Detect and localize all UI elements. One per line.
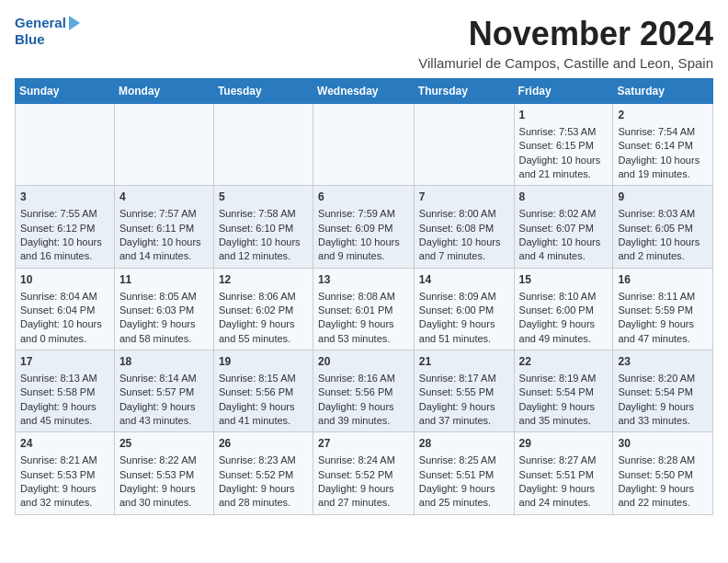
day-info: Sunset: 5:50 PM [618, 468, 708, 482]
day-info: Daylight: 9 hours and 32 minutes. [20, 482, 109, 511]
day-info: Sunrise: 8:19 AM [519, 372, 609, 385]
day-info: Sunrise: 8:13 AM [20, 372, 109, 385]
calendar-day-cell: 10Sunrise: 8:04 AMSunset: 6:04 PMDayligh… [16, 268, 115, 350]
calendar-day-cell: 18Sunrise: 8:14 AMSunset: 5:57 PMDayligh… [114, 350, 213, 432]
day-number: 2 [618, 108, 708, 123]
day-info: Sunrise: 7:57 AM [119, 207, 209, 221]
day-info: Daylight: 10 hours and 12 minutes. [219, 236, 308, 264]
day-info: Daylight: 10 hours and 2 minutes. [618, 236, 708, 264]
calendar-day-cell: 5Sunrise: 7:58 AMSunset: 6:10 PMDaylight… [213, 186, 313, 268]
day-info: Daylight: 9 hours and 22 minutes. [618, 482, 708, 511]
day-info: Sunrise: 8:14 AM [119, 372, 209, 385]
day-info: Daylight: 9 hours and 45 minutes. [20, 400, 109, 429]
calendar-day-cell [213, 104, 313, 186]
day-info: Sunrise: 8:11 AM [618, 290, 708, 304]
day-number: 12 [219, 272, 308, 288]
day-number: 13 [318, 272, 409, 288]
day-info: Daylight: 10 hours and 9 minutes. [318, 236, 409, 264]
day-info: Sunrise: 7:53 AM [519, 125, 609, 139]
day-info: Daylight: 9 hours and 37 minutes. [419, 400, 509, 429]
day-info: Daylight: 9 hours and 47 minutes. [618, 317, 708, 346]
day-info: Daylight: 9 hours and 25 minutes. [419, 482, 509, 511]
calendar-day-cell: 4Sunrise: 7:57 AMSunset: 6:11 PMDaylight… [114, 186, 213, 268]
day-info: Daylight: 9 hours and 58 minutes. [119, 317, 209, 346]
calendar-day-cell: 2Sunrise: 7:54 AMSunset: 6:14 PMDaylight… [613, 104, 713, 186]
calendar-day-cell: 12Sunrise: 8:06 AMSunset: 6:02 PMDayligh… [213, 268, 313, 350]
calendar-day-cell: 30Sunrise: 8:28 AMSunset: 5:50 PMDayligh… [613, 432, 713, 514]
day-info: Daylight: 9 hours and 43 minutes. [119, 400, 209, 429]
day-info: Sunrise: 8:24 AM [318, 454, 409, 467]
day-info: Sunset: 5:53 PM [119, 468, 209, 482]
calendar-day-cell: 17Sunrise: 8:13 AMSunset: 5:58 PMDayligh… [16, 350, 115, 432]
day-info: Daylight: 10 hours and 16 minutes. [20, 236, 109, 264]
day-info: Sunset: 6:08 PM [419, 222, 509, 236]
day-info: Sunrise: 8:23 AM [219, 454, 308, 467]
day-info: Daylight: 9 hours and 41 minutes. [219, 400, 308, 429]
calendar-header: SundayMondayTuesdayWednesdayThursdayFrid… [16, 79, 713, 104]
day-info: Sunset: 5:56 PM [219, 385, 308, 399]
day-info: Sunrise: 8:16 AM [318, 372, 409, 385]
day-info: Daylight: 9 hours and 55 minutes. [219, 317, 308, 346]
day-info: Daylight: 9 hours and 35 minutes. [519, 400, 609, 429]
calendar-day-cell [16, 104, 115, 186]
calendar-day-cell: 11Sunrise: 8:05 AMSunset: 6:03 PMDayligh… [114, 268, 213, 350]
day-number: 28 [419, 436, 509, 452]
day-info: Sunrise: 7:54 AM [618, 125, 708, 139]
day-info: Sunset: 5:52 PM [219, 468, 308, 482]
calendar-day-cell: 20Sunrise: 8:16 AMSunset: 5:56 PMDayligh… [313, 350, 415, 432]
day-info: Sunrise: 8:28 AM [618, 454, 708, 467]
calendar-day-cell: 27Sunrise: 8:24 AMSunset: 5:52 PMDayligh… [313, 432, 415, 514]
day-of-week-header: Sunday [16, 79, 115, 104]
day-info: Sunset: 6:03 PM [119, 304, 209, 317]
calendar-week-row: 24Sunrise: 8:21 AMSunset: 5:53 PMDayligh… [16, 432, 713, 514]
day-number: 3 [20, 190, 109, 205]
day-number: 29 [519, 436, 609, 452]
calendar-day-cell: 25Sunrise: 8:22 AMSunset: 5:53 PMDayligh… [114, 432, 213, 514]
day-info: Sunrise: 8:27 AM [519, 454, 609, 467]
day-info: Sunset: 6:15 PM [519, 139, 609, 153]
day-info: Daylight: 9 hours and 30 minutes. [119, 482, 209, 511]
day-number: 25 [119, 436, 209, 452]
day-number: 27 [318, 436, 409, 452]
day-number: 11 [119, 272, 209, 288]
day-info: Sunrise: 8:21 AM [20, 454, 109, 467]
calendar-week-row: 17Sunrise: 8:13 AMSunset: 5:58 PMDayligh… [16, 350, 713, 432]
day-info: Sunrise: 8:17 AM [419, 372, 509, 385]
calendar-day-cell [414, 104, 514, 186]
calendar-day-cell: 15Sunrise: 8:10 AMSunset: 6:00 PMDayligh… [514, 268, 613, 350]
calendar-day-cell: 1Sunrise: 7:53 AMSunset: 6:15 PMDaylight… [514, 104, 613, 186]
day-info: Daylight: 9 hours and 53 minutes. [318, 317, 409, 346]
day-info: Sunrise: 8:06 AM [219, 290, 308, 304]
location-title: Villamuriel de Campos, Castille and Leon… [418, 55, 713, 71]
day-info: Daylight: 9 hours and 51 minutes. [419, 317, 509, 346]
day-info: Sunset: 6:10 PM [219, 222, 308, 236]
day-number: 24 [20, 436, 109, 452]
day-info: Sunset: 5:56 PM [318, 385, 409, 399]
day-info: Sunset: 5:53 PM [20, 468, 109, 482]
day-of-week-header: Monday [114, 79, 213, 104]
day-info: Sunset: 5:52 PM [318, 468, 409, 482]
calendar-day-cell: 24Sunrise: 8:21 AMSunset: 5:53 PMDayligh… [16, 432, 115, 514]
day-info: Sunset: 5:57 PM [119, 385, 209, 399]
day-of-week-header: Tuesday [213, 79, 313, 104]
month-title: November 2024 [418, 15, 713, 53]
calendar-day-cell: 8Sunrise: 8:02 AMSunset: 6:07 PMDaylight… [514, 186, 613, 268]
page-header: General Blue November 2024 Villamuriel d… [15, 15, 713, 71]
calendar-day-cell: 22Sunrise: 8:19 AMSunset: 5:54 PMDayligh… [514, 350, 613, 432]
day-number: 14 [419, 272, 509, 288]
calendar-day-cell [313, 104, 415, 186]
day-info: Sunset: 6:00 PM [519, 304, 609, 317]
day-info: Sunrise: 8:03 AM [618, 207, 708, 221]
day-info: Sunset: 5:59 PM [618, 304, 708, 317]
calendar-body: 1Sunrise: 7:53 AMSunset: 6:15 PMDaylight… [16, 104, 713, 515]
day-info: Sunset: 5:58 PM [20, 385, 109, 399]
day-info: Sunset: 6:02 PM [219, 304, 308, 317]
day-of-week-header: Friday [514, 79, 613, 104]
day-info: Daylight: 10 hours and 7 minutes. [419, 236, 509, 264]
day-info: Sunrise: 8:02 AM [519, 207, 609, 221]
day-info: Sunrise: 7:55 AM [20, 207, 109, 221]
calendar-table: SundayMondayTuesdayWednesdayThursdayFrid… [15, 78, 713, 515]
day-info: Sunrise: 8:00 AM [419, 207, 509, 221]
day-info: Sunrise: 8:20 AM [618, 372, 708, 385]
calendar-week-row: 10Sunrise: 8:04 AMSunset: 6:04 PMDayligh… [16, 268, 713, 350]
